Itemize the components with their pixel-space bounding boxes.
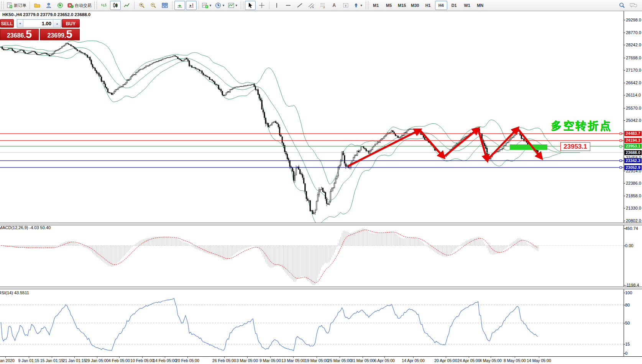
toolbar-grip[interactable]	[366, 2, 368, 9]
panel-divider[interactable]	[0, 223, 642, 225]
label-tool-button[interactable]: T	[340, 1, 351, 10]
tile-windows-button[interactable]	[159, 1, 170, 10]
candles-down	[2, 43, 539, 214]
timeframe-button-mn[interactable]: MN	[474, 1, 486, 10]
label-tool-icon: T	[343, 2, 349, 8]
sell-button[interactable]: SELL	[0, 19, 14, 28]
zoom-out-icon	[150, 2, 156, 8]
buy-button[interactable]: BUY	[62, 19, 80, 28]
channel-icon: E	[308, 2, 314, 8]
rsi-line	[1, 298, 538, 351]
arrows-tool-icon	[353, 2, 359, 8]
vertical-line-icon	[274, 2, 280, 8]
chart-shift-button[interactable]	[186, 1, 197, 10]
cursor-button[interactable]	[245, 1, 256, 10]
separator	[134, 2, 135, 9]
toolbar-grip[interactable]	[241, 2, 243, 9]
timeframe-button-m5[interactable]: M5	[383, 1, 395, 10]
line-handle	[620, 133, 622, 134]
vertical-line-button[interactable]	[271, 1, 282, 10]
dropdown-caret: ▼	[222, 4, 225, 7]
folder-icon	[34, 2, 40, 8]
bar-chart-button[interactable]	[99, 1, 109, 10]
contacts-button[interactable]	[43, 1, 54, 10]
signals-button[interactable]	[55, 1, 66, 10]
candlestick-chart-button[interactable]	[110, 1, 121, 10]
text-tool-button[interactable]: A	[329, 1, 340, 10]
bar-chart-icon	[101, 2, 107, 8]
auto-scroll-button[interactable]	[174, 1, 185, 10]
trendline-button[interactable]	[294, 1, 305, 10]
timeframe-group: M1M5M15M30H1H4D1W1MN	[369, 1, 487, 10]
timeframe-button-d1[interactable]: D1	[448, 1, 460, 10]
search-icon	[619, 2, 626, 9]
fibonacci-button[interactable]: F	[317, 1, 328, 10]
chart-svg	[0, 0, 642, 364]
volume-input[interactable]	[23, 20, 53, 27]
chart-shift-icon	[188, 2, 194, 8]
separator	[30, 2, 30, 9]
volume-increase-button[interactable]: ▲	[53, 20, 61, 27]
profiles-button[interactable]	[32, 1, 43, 10]
dropdown-caret: ▼	[209, 4, 212, 7]
candlestick-icon	[112, 2, 118, 8]
separator	[199, 2, 199, 9]
bid-price-main: 23686	[7, 32, 24, 39]
macd-panel	[0, 228, 624, 285]
zigzag-arrow-3	[443, 129, 478, 157]
line-handle	[620, 160, 622, 162]
clock-icon	[215, 2, 221, 8]
new-order-button[interactable]: 新订单	[5, 1, 28, 10]
new-order-icon	[7, 2, 13, 8]
channel-button[interactable]: E	[306, 1, 317, 10]
periods-button[interactable]: ▼	[214, 1, 226, 10]
zigzag-arrow-6	[517, 128, 541, 158]
timeframe-button-h4[interactable]: H4	[435, 1, 447, 10]
contact-icon	[46, 2, 52, 8]
price-callout-box[interactable]: 23953.1	[560, 142, 590, 151]
rsi-label: RSI(14) 43.5511	[0, 290, 29, 295]
timeframe-button-m15[interactable]: M15	[396, 1, 408, 10]
volume-spinner: ▼ ▲	[17, 19, 61, 28]
timeframe-button-m1[interactable]: M1	[370, 1, 382, 10]
bid-price-pip: 5	[26, 29, 32, 39]
search-button[interactable]	[617, 1, 627, 10]
panel-divider[interactable]	[0, 287, 642, 289]
timeframe-button-m30[interactable]: M30	[409, 1, 421, 10]
arrows-tool-button[interactable]: ▼	[352, 1, 364, 10]
chat-button[interactable]	[628, 1, 639, 10]
bollinger-middle	[0, 47, 580, 200]
volume-decrease-button[interactable]: ▼	[17, 20, 23, 27]
horizontal-line-icon	[285, 2, 291, 8]
toolbar: 新订单 自动交易	[0, 0, 642, 11]
line-chart-icon	[124, 2, 130, 8]
zoom-in-button[interactable]	[136, 1, 147, 10]
zoom-out-button[interactable]	[148, 1, 159, 10]
autotrade-button[interactable]: 自动交易	[66, 1, 93, 10]
auto-scroll-icon	[177, 2, 183, 8]
crosshair-icon	[259, 2, 265, 8]
trendline-icon	[297, 2, 303, 8]
autotrade-icon	[67, 2, 74, 8]
line-chart-button[interactable]	[122, 1, 132, 10]
toolbar-grip[interactable]	[1, 2, 4, 9]
svg-text:F: F	[323, 7, 325, 8]
svg-text:E: E	[312, 6, 314, 8]
main-panel	[0, 41, 624, 223]
horizontal-line-button[interactable]	[283, 1, 294, 10]
timeframe-button-h1[interactable]: H1	[422, 1, 434, 10]
crosshair-button[interactable]	[256, 1, 267, 10]
chat-icon	[630, 2, 637, 8]
candles-up	[0, 43, 536, 214]
zoom-in-icon	[139, 2, 145, 8]
price-axis-line	[624, 11, 624, 356]
new-order-label: 新订单	[14, 3, 26, 8]
bid-price-box[interactable]: 23686 . 5	[0, 29, 39, 40]
chart-title: HK50-,H4 23779.0 23779.0 23652.0 23688.0	[2, 12, 90, 17]
timeframe-button-w1[interactable]: W1	[461, 1, 473, 10]
templates-button[interactable]: ▼	[227, 1, 239, 10]
ask-price-box[interactable]: 23699 . 5	[40, 29, 80, 40]
time-axis-line	[0, 356, 642, 357]
indicators-button[interactable]: ▼	[201, 1, 213, 10]
toolbar-grip[interactable]	[94, 2, 97, 9]
